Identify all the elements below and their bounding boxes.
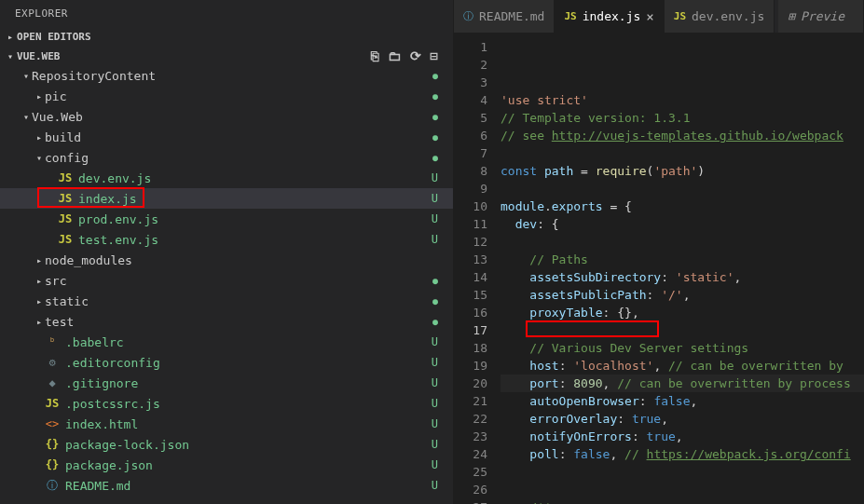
close-icon[interactable]: × bbox=[646, 9, 653, 24]
code-line[interactable] bbox=[501, 180, 864, 198]
code-line[interactable]: const path = require('path') bbox=[501, 162, 864, 180]
preview-tab[interactable]: ⊞ Previe bbox=[778, 0, 864, 33]
item-label: prod.env.js bbox=[78, 212, 432, 226]
line-number: 19 bbox=[454, 357, 487, 375]
code-line[interactable]: 'use strict' bbox=[501, 91, 864, 109]
chevron-right-icon: ▸ bbox=[34, 296, 45, 306]
folder-item[interactable]: ▸build● bbox=[0, 127, 453, 147]
code-content[interactable]: 'use strict'// Template version: 1.3.1//… bbox=[501, 33, 864, 504]
code-line[interactable]: assetsPublicPath: '/', bbox=[501, 286, 864, 304]
line-number: 23 bbox=[454, 428, 487, 445]
code-line[interactable] bbox=[501, 463, 864, 481]
item-label: test bbox=[45, 315, 432, 329]
git-modified-dot: ● bbox=[432, 276, 438, 286]
tab-label: index.js bbox=[583, 9, 641, 23]
git-modified-dot: ● bbox=[432, 71, 438, 81]
code-line[interactable]: proxyTable: {}, bbox=[501, 304, 864, 321]
editor-tab[interactable]: ⓘREADME.md bbox=[454, 0, 555, 33]
code-line[interactable]: // Template version: 1.3.1 bbox=[501, 109, 864, 127]
editor-tab[interactable]: JSdev.env.js bbox=[665, 0, 775, 33]
line-number: 20 bbox=[454, 375, 487, 392]
file-item[interactable]: JStest.env.jsU bbox=[0, 229, 453, 250]
file-type-icon: JS bbox=[58, 171, 73, 184]
git-modified-dot: ● bbox=[432, 317, 438, 327]
file-item[interactable]: ⚙.editorconfigU bbox=[0, 352, 453, 373]
folder-item[interactable]: ▸src● bbox=[0, 270, 453, 291]
root-folder-header[interactable]: ▾ VUE.WEB ⎘ 🗀 ⟳ ⊟ bbox=[0, 47, 453, 65]
folder-item[interactable]: ▾RepositoryContent● bbox=[0, 65, 453, 86]
file-type-icon: JS bbox=[45, 397, 60, 410]
code-line[interactable]: port: 8090, // can be overwritten by pro… bbox=[501, 375, 864, 392]
line-number: 14 bbox=[454, 268, 487, 286]
file-item[interactable]: JSindex.jsU bbox=[0, 188, 453, 209]
code-line[interactable]: /** bbox=[501, 498, 864, 504]
explorer-panel: EXPLORER ▸ OPEN EDITORS ▾ VUE.WEB ⎘ 🗀 ⟳ … bbox=[0, 0, 454, 504]
file-type-icon: ⓘ bbox=[463, 9, 473, 23]
git-modified-dot: ● bbox=[432, 112, 438, 122]
code-line[interactable]: // see http://vuejs-templates.github.io/… bbox=[501, 127, 864, 144]
new-file-icon[interactable]: ⎘ bbox=[371, 48, 378, 63]
code-line[interactable] bbox=[501, 233, 864, 251]
line-gutter: 1234567891011121314151617181920212223242… bbox=[454, 33, 501, 504]
file-item[interactable]: ᵇ.babelrcU bbox=[0, 332, 453, 352]
file-item[interactable]: <>index.htmlU bbox=[0, 414, 453, 434]
item-label: dev.env.js bbox=[78, 171, 432, 185]
code-line[interactable]: assetsSubDirectory: 'static', bbox=[501, 268, 864, 286]
refresh-icon[interactable]: ⟳ bbox=[410, 48, 421, 63]
item-label: node_modules bbox=[45, 253, 447, 267]
code-line[interactable] bbox=[501, 321, 864, 339]
new-folder-icon[interactable]: 🗀 bbox=[388, 48, 401, 63]
code-line[interactable]: host: 'localhost', // can be overwritten… bbox=[501, 357, 864, 375]
item-label: RepositoryContent bbox=[32, 69, 432, 83]
open-editors-section[interactable]: ▸ OPEN EDITORS bbox=[0, 27, 453, 47]
line-number: 6 bbox=[454, 127, 487, 144]
code-line[interactable]: notifyOnErrors: true, bbox=[501, 428, 864, 445]
file-item[interactable]: JSprod.env.jsU bbox=[0, 209, 453, 229]
git-untracked-badge: U bbox=[432, 192, 438, 205]
code-line[interactable]: dev: { bbox=[501, 215, 864, 233]
editor-tab[interactable]: JSindex.js× bbox=[555, 0, 664, 33]
code-line[interactable]: module.exports = { bbox=[501, 198, 864, 215]
file-type-icon: JS bbox=[58, 212, 73, 225]
file-type-icon: JS bbox=[58, 233, 73, 246]
line-number: 15 bbox=[454, 286, 487, 304]
code-line[interactable] bbox=[501, 144, 864, 162]
file-item[interactable]: JSdev.env.jsU bbox=[0, 168, 453, 188]
file-type-icon: JS bbox=[674, 10, 686, 22]
folder-item[interactable]: ▸test● bbox=[0, 311, 453, 332]
folder-item[interactable]: ▸pic● bbox=[0, 86, 453, 106]
item-label: pic bbox=[45, 89, 432, 103]
line-number: 11 bbox=[454, 215, 487, 233]
file-item[interactable]: {}package-lock.jsonU bbox=[0, 434, 453, 455]
collapse-all-icon[interactable]: ⊟ bbox=[431, 48, 438, 63]
item-label: index.html bbox=[65, 417, 432, 431]
code-line[interactable]: errorOverlay: true, bbox=[501, 410, 864, 428]
line-number: 7 bbox=[454, 144, 487, 162]
code-line[interactable] bbox=[501, 481, 864, 498]
line-number: 2 bbox=[454, 56, 487, 74]
code-line[interactable]: // Various Dev Server settings bbox=[501, 339, 864, 357]
file-type-icon: {} bbox=[45, 458, 60, 471]
chevron-right-icon: ▸ bbox=[7, 32, 13, 42]
line-number: 13 bbox=[454, 251, 487, 268]
file-type-icon: {} bbox=[45, 438, 60, 451]
tab-label: dev.env.js bbox=[692, 9, 764, 23]
folder-item[interactable]: ▾Vue.Web● bbox=[0, 106, 453, 127]
code-line[interactable]: autoOpenBrowser: false, bbox=[501, 392, 864, 410]
line-number: 18 bbox=[454, 339, 487, 357]
file-item[interactable]: ⓘREADME.mdU bbox=[0, 475, 453, 496]
code-line[interactable]: // Paths bbox=[501, 251, 864, 268]
file-item[interactable]: ◆.gitignoreU bbox=[0, 373, 453, 393]
line-number: 26 bbox=[454, 481, 487, 498]
file-item[interactable]: {}package.jsonU bbox=[0, 455, 453, 475]
item-label: src bbox=[45, 274, 432, 288]
folder-item[interactable]: ▸node_modules bbox=[0, 250, 453, 270]
editor-area: ⓘREADME.mdJSindex.js×JSdev.env.js⊞ Previ… bbox=[454, 0, 864, 504]
git-untracked-badge: U bbox=[432, 397, 438, 410]
folder-item[interactable]: ▸static● bbox=[0, 291, 453, 311]
chevron-down-icon: ▾ bbox=[21, 112, 32, 122]
item-label: build bbox=[45, 130, 432, 144]
folder-item[interactable]: ▾config● bbox=[0, 147, 453, 168]
file-item[interactable]: JS.postcssrc.jsU bbox=[0, 393, 453, 414]
code-line[interactable]: poll: false, // https://webpack.js.org/c… bbox=[501, 445, 864, 463]
